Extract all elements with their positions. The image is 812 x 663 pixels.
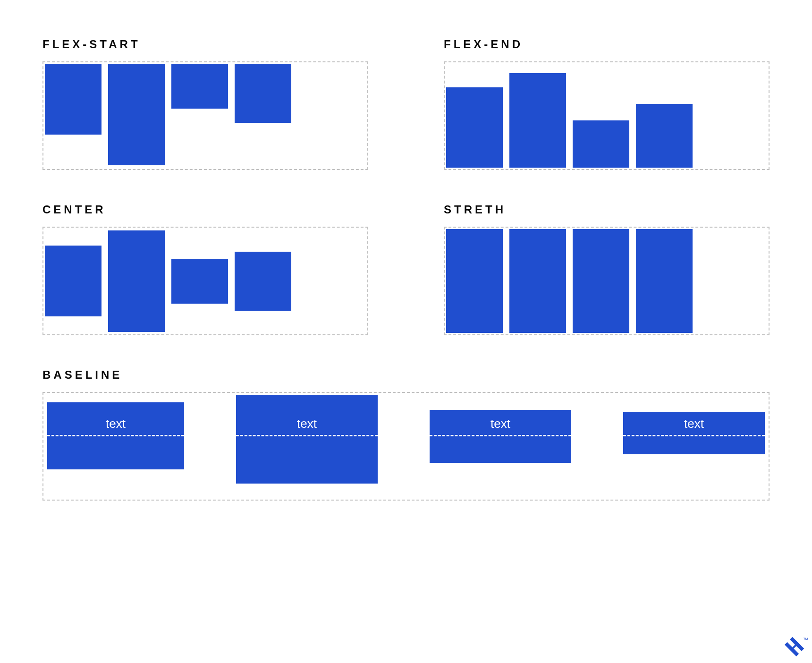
flex-box <box>509 229 566 333</box>
flex-box <box>509 73 566 168</box>
container-center <box>42 227 368 335</box>
container-stretch <box>444 227 770 335</box>
baseline-label: text <box>236 416 378 435</box>
section-flex-end: FLEX-END <box>444 38 770 170</box>
baseline-box: text <box>623 412 765 454</box>
flex-box <box>573 229 629 333</box>
flex-box <box>636 229 693 333</box>
flex-box <box>171 259 228 304</box>
baseline-label: text <box>623 416 765 435</box>
title-flex-end: FLEX-END <box>444 38 770 51</box>
flex-box <box>235 64 291 123</box>
flex-box <box>446 87 503 168</box>
baseline-label: text <box>430 416 571 435</box>
flex-box <box>235 252 291 311</box>
baseline-label: text <box>47 416 184 435</box>
title-baseline: BASELINE <box>42 368 770 382</box>
toptal-logo-icon <box>785 636 805 656</box>
baseline-box: text <box>430 410 571 463</box>
flex-box <box>108 230 165 332</box>
flex-box <box>446 229 503 333</box>
flex-box <box>108 64 165 165</box>
section-stretch: STRETH <box>444 203 770 335</box>
flex-box <box>45 64 102 135</box>
title-stretch: STRETH <box>444 203 770 216</box>
container-flex-start <box>42 61 368 170</box>
title-flex-start: FLEX-START <box>42 38 368 51</box>
flex-box <box>573 120 629 168</box>
title-center: CENTER <box>42 203 368 216</box>
section-center: CENTER <box>42 203 368 335</box>
flex-box <box>636 104 693 168</box>
baseline-box: text <box>47 402 184 469</box>
container-flex-end <box>444 61 770 170</box>
flex-box <box>45 246 102 316</box>
flex-box <box>171 64 228 109</box>
section-baseline: BASELINE text text text text <box>42 368 770 501</box>
container-baseline: text text text text <box>42 392 770 501</box>
trademark-symbol: ™ <box>803 637 808 642</box>
baseline-box: text <box>236 395 378 484</box>
section-flex-start: FLEX-START <box>42 38 368 170</box>
